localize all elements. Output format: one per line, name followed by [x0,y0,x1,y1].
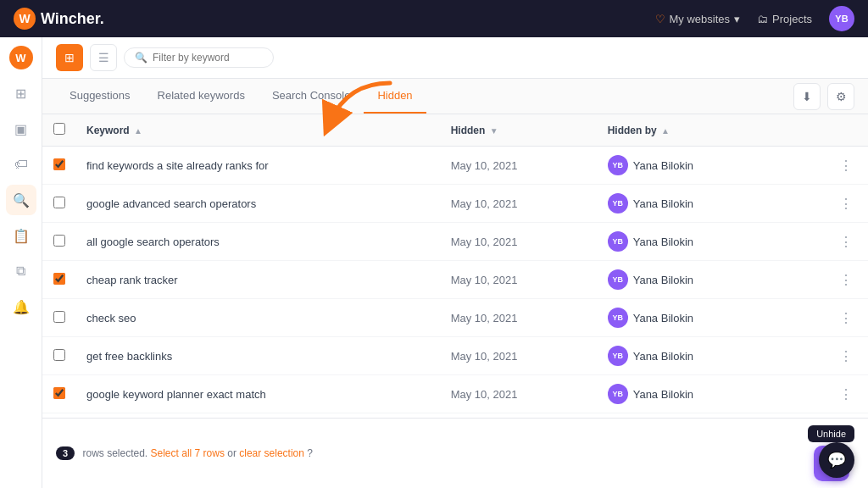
row-actions-cell: ⋮ [788,337,868,375]
table-body: find keywords a site already ranks for M… [42,147,868,413]
my-websites-button[interactable]: ♡ My websites ▾ [655,13,741,25]
keyword-cell: find keywords a site already ranks for [76,147,441,185]
logo-text: Wincher. [41,10,104,28]
hidden-date-cell: May 10, 2021 [441,299,598,337]
sidebar-item-list[interactable]: 📋 [6,220,36,251]
projects-button[interactable]: 🗂 Projects [757,13,812,25]
user-avatar-small: YB [608,231,628,252]
user-avatar[interactable]: YB [829,6,854,31]
user-name: Yana Bilokin [633,274,693,286]
main-layout: W ⊞ ▣ 🏷 🔍 📋 ⧉ 🔔 ⊞ ☰ 🔍 Suggestions Relate… [0,37,868,488]
hidden-by-cell: YB Yana Bilokin [598,337,789,375]
chat-bubble[interactable]: 💬 [819,442,854,478]
sidebar-logo[interactable]: W [9,46,33,69]
keyword-cell: check seo [76,299,441,337]
projects-label: Projects [772,13,812,25]
sidebar-item-tag[interactable]: 🏷 [6,149,36,180]
tab-suggestions[interactable]: Suggestions [56,79,144,114]
hidden-date-column-header[interactable]: Hidden ▼ [441,114,598,147]
toolbar: ⊞ ☰ 🔍 [42,37,868,79]
keyword-cell: get free backlinks [76,337,441,375]
row-actions-cell: ⋮ [788,223,868,261]
row-more-button[interactable]: ⋮ [834,347,858,366]
hidden-by-cell: YB Yana Bilokin [598,299,789,337]
sidebar-item-grid[interactable]: ⊞ [6,78,36,108]
row-checkbox-cell[interactable] [42,375,76,413]
hidden-date-cell: May 10, 2021 [441,223,598,261]
select-all-header[interactable] [42,114,76,147]
sidebar: W ⊞ ▣ 🏷 🔍 📋 ⧉ 🔔 [0,37,42,488]
row-checkbox-cell[interactable] [42,147,76,185]
keyword-cell: google advanced search operators [76,185,441,223]
unhide-tooltip: Unhide [808,425,854,442]
select-all-link[interactable]: Select all 7 rows [151,447,225,459]
row-actions-cell: ⋮ [788,147,868,185]
clear-selection-link[interactable]: clear selection [239,447,304,459]
table-header-row: Keyword ▲ Hidden ▼ Hidden by ▲ [42,114,868,147]
sidebar-item-layout[interactable]: ▣ [6,114,36,144]
row-more-button[interactable]: ⋮ [834,232,858,252]
user-name: Yana Bilokin [633,236,693,248]
row-actions-cell: ⋮ [788,261,868,299]
keyword-column-header[interactable]: Keyword ▲ [76,114,441,147]
hidden-by-cell: YB Yana Bilokin [598,223,789,261]
hidden-date-cell: May 10, 2021 [441,185,598,223]
row-more-button[interactable]: ⋮ [834,156,858,175]
top-nav-right: ♡ My websites ▾ 🗂 Projects YB [655,6,855,31]
row-checkbox-1[interactable] [53,197,65,208]
list-view-button[interactable]: ☰ [90,44,117,71]
grid-view-button[interactable]: ⊞ [56,44,83,71]
row-more-button[interactable]: ⋮ [834,385,858,404]
sidebar-item-copy[interactable]: ⧉ [6,256,36,286]
tab-hidden[interactable]: Hidden [364,79,426,114]
row-more-button[interactable]: ⋮ [834,270,858,290]
user-name: Yana Bilokin [633,159,693,172]
hidden-by-column-header[interactable]: Hidden by ▲ [598,114,789,147]
user-avatar-small: YB [608,308,628,328]
row-checkbox-3[interactable] [53,273,65,285]
tab-search-console[interactable]: Search Console [259,79,364,114]
row-checkbox-4[interactable] [53,311,65,323]
selection-info: 3 rows selected. Select all 7 rows or cl… [56,447,313,459]
hidden-by-cell: YB Yana Bilokin [598,261,789,299]
row-checkbox-cell[interactable] [42,261,76,299]
row-checkbox-cell[interactable] [42,337,76,375]
selected-count-badge: 3 [56,446,75,460]
user-name: Yana Bilokin [633,312,693,324]
row-more-button[interactable]: ⋮ [834,308,858,328]
keyword-cell: all google search operators [76,223,441,261]
keywords-table: Keyword ▲ Hidden ▼ Hidden by ▲ [42,114,868,413]
user-name: Yana Bilokin [633,197,693,210]
table-row: get free backlinks May 10, 2021 YB Yana … [42,337,868,375]
logo[interactable]: W Wincher. [14,8,104,30]
keyword-sort-icon: ▲ [134,126,142,136]
row-checkbox-cell[interactable] [42,299,76,337]
user-avatar-small: YB [608,269,628,290]
search-icon: 🔍 [135,52,147,64]
settings-button[interactable]: ⚙ [827,83,854,110]
user-name: Yana Bilokin [633,350,693,363]
hidden-by-sort-icon: ▲ [661,126,670,136]
my-websites-label: My websites [670,13,731,25]
select-all-checkbox[interactable] [53,123,65,135]
sidebar-item-search[interactable]: 🔍 [6,185,36,215]
search-input[interactable] [153,52,263,64]
tabs-actions: ⬇ ⚙ [793,83,854,110]
row-checkbox-cell[interactable] [42,185,76,223]
actions-column-header [788,114,868,147]
row-checkbox-0[interactable] [53,158,65,170]
row-checkbox-5[interactable] [53,349,65,361]
keyword-cell: google keyword planner exact match [76,375,441,413]
hidden-by-cell: YB Yana Bilokin [598,375,789,413]
hidden-date-cell: May 10, 2021 [441,147,598,185]
row-checkbox-6[interactable] [53,387,65,399]
table-row: google keyword planner exact match May 1… [42,375,868,413]
top-navigation: W Wincher. ♡ My websites ▾ 🗂 Projects YB [0,0,868,37]
row-checkbox-2[interactable] [53,235,65,247]
row-more-button[interactable]: ⋮ [834,194,858,214]
download-button[interactable]: ⬇ [793,83,821,110]
tab-related-keywords[interactable]: Related keywords [144,79,259,114]
hidden-date-cell: May 10, 2021 [441,261,598,299]
row-checkbox-cell[interactable] [42,223,76,261]
sidebar-item-bell[interactable]: 🔔 [6,291,36,322]
